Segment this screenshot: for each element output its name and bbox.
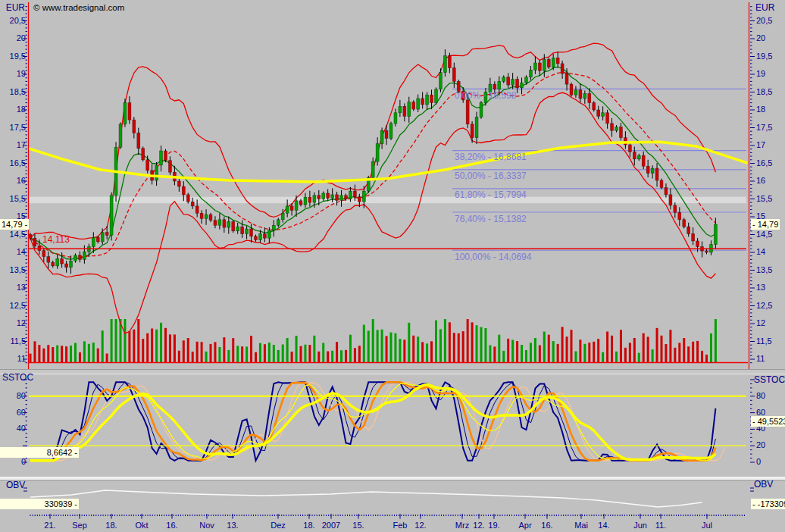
sstoc-value-label-left: 8,6642 - [0, 447, 79, 458]
obv-value-label-left: 330939 - [0, 499, 79, 509]
price-axis-unit-left: EUR [0, 2, 25, 13]
price-axis-unit-right: EUR [755, 2, 774, 13]
sstoc-panel-title-right: SSTOC [754, 374, 785, 385]
alert-line-label: 14,113 [42, 234, 70, 245]
sstoc-value-label-right: - 49,5523 [751, 416, 785, 427]
price-axis-right[interactable] [749, 0, 785, 369]
obv-panel-title-left: OBV [6, 480, 25, 490]
panel-separator[interactable] [0, 369, 785, 374]
date-axis[interactable] [0, 512, 785, 532]
copyright-text: © www.tradesignal.com [33, 3, 124, 12]
obv-panel-title-right: OBV [754, 479, 773, 490]
current-price-label-left: 14,79 - [0, 219, 29, 230]
tradesignal-chart-window: 20,52019,51918,51817,51716,51615,51514,5… [0, 0, 785, 532]
current-price-label-right: - 14,79 [751, 219, 780, 230]
price-axis-left[interactable] [0, 0, 28, 369]
obv-value-label-right: - -173309 [751, 499, 785, 509]
chart-canvas[interactable] [0, 0, 785, 532]
sstoc-panel-title-left: SSTOC [2, 372, 33, 383]
panel-separator[interactable] [0, 477, 785, 480]
